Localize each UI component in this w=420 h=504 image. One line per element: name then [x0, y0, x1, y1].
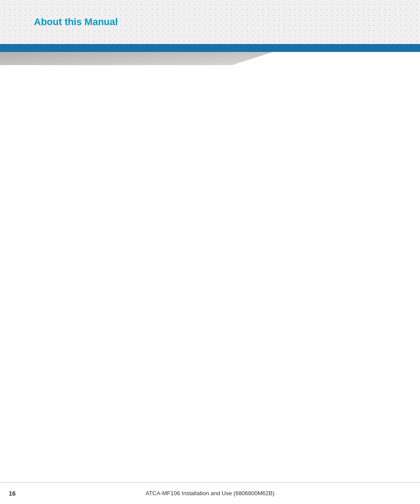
- header-section: About this Manual: [0, 0, 420, 44]
- page-title: About this Manual: [34, 16, 118, 28]
- page-footer: 16 ATCA-MF106 Installation and Use (6806…: [0, 482, 420, 504]
- blue-accent-bar: [0, 44, 420, 52]
- page-number: 16: [9, 490, 16, 497]
- gray-diagonal-accent: [0, 52, 420, 65]
- main-content-area: [0, 65, 420, 482]
- document-title: ATCA-MF106 Installation and Use (6806800…: [145, 490, 274, 497]
